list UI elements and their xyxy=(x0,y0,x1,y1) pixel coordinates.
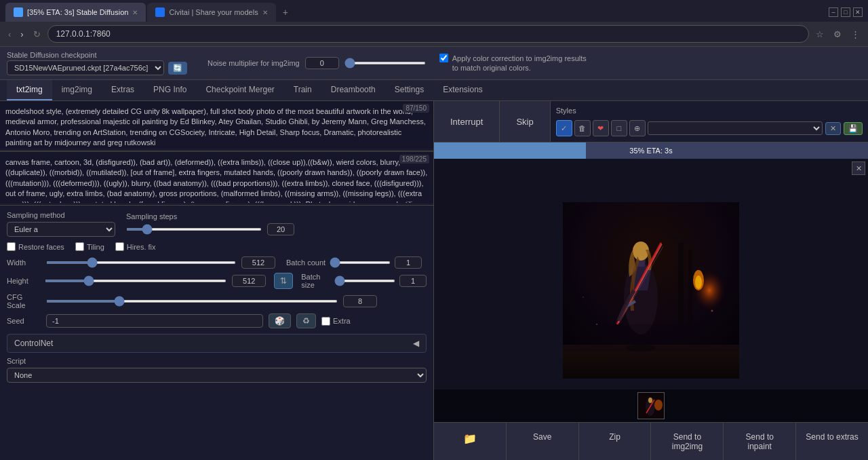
image-close-button[interactable]: ✕ xyxy=(852,161,865,175)
forward-button[interactable]: › xyxy=(18,28,26,41)
batch-count-group: Batch count xyxy=(286,256,422,269)
style-icon-heart[interactable]: ❤ xyxy=(593,120,609,136)
tab-txt2img[interactable]: txt2img xyxy=(7,80,52,100)
tab-img2img[interactable]: img2img xyxy=(52,80,102,100)
zip-button[interactable]: Zip xyxy=(579,423,652,460)
hires-fix-text: Hires. fix xyxy=(127,243,156,251)
positive-prompt-textarea[interactable]: modelshoot style, (extremely detailed CG… xyxy=(0,101,433,149)
cfg-row: CFG Scale xyxy=(7,293,427,309)
restore-faces-checkbox[interactable] xyxy=(7,242,16,251)
seed-extra-checkbox[interactable] xyxy=(321,317,330,326)
seed-recycle-button[interactable]: ♻ xyxy=(296,313,316,328)
tab-sd-close[interactable]: ✕ xyxy=(132,9,138,16)
negative-prompt-textarea[interactable]: canvas frame, cartoon, 3d, (disfigured))… xyxy=(0,152,433,203)
close-button[interactable]: ✕ xyxy=(853,7,863,17)
progress-text: 35% ETA: 3s xyxy=(629,147,672,155)
restore-faces-label[interactable]: Restore faces xyxy=(7,242,64,251)
tab-civitai[interactable]: Civitai | Share your models ✕ xyxy=(147,3,275,22)
reload-button[interactable]: ↻ xyxy=(31,28,43,41)
minimize-button[interactable]: – xyxy=(829,7,838,17)
address-bar[interactable]: 127.0.0.1:7860 xyxy=(47,25,809,43)
tab-sd[interactable]: [35% ETA: 3s] Stable Diffusion ✕ xyxy=(5,3,146,22)
back-button[interactable]: ‹ xyxy=(5,28,14,41)
steps-slider[interactable] xyxy=(126,228,262,231)
hires-fix-checkbox[interactable] xyxy=(115,242,124,251)
noise-value-input[interactable] xyxy=(305,57,339,69)
send-extras-button[interactable]: Send to extras xyxy=(796,423,868,460)
color-correction-checkbox[interactable] xyxy=(439,54,448,62)
interrupt-button[interactable]: Interrupt xyxy=(434,101,500,142)
send-img2img-button[interactable]: Send toimg2img xyxy=(651,423,724,460)
script-select[interactable]: None xyxy=(7,368,427,383)
image-thumbnail[interactable] xyxy=(637,392,665,419)
tab-extensions[interactable]: Extensions xyxy=(433,80,492,100)
styles-apply-button[interactable]: ✕ xyxy=(825,122,841,135)
tiling-checkbox[interactable] xyxy=(75,242,84,251)
noise-slider[interactable] xyxy=(344,62,426,64)
maximize-button[interactable]: □ xyxy=(841,7,850,17)
tab-dreambooth[interactable]: Dreambooth xyxy=(321,80,385,100)
menu-button[interactable]: ⋮ xyxy=(848,28,863,41)
width-slider[interactable] xyxy=(46,261,236,264)
tiling-label[interactable]: Tiling xyxy=(75,242,104,251)
width-label: Width xyxy=(7,258,41,267)
batch-count-slider[interactable] xyxy=(330,261,391,264)
color-correction-section: Apply color correction to img2img result… xyxy=(439,54,588,73)
skip-button[interactable]: Skip xyxy=(500,101,550,142)
style-icon-plus[interactable]: ⊕ xyxy=(629,120,646,136)
positive-prompt-container: modelshoot style, (extremely detailed CG… xyxy=(0,101,433,151)
style-icon-square[interactable]: □ xyxy=(611,120,627,136)
swap-dimensions-button[interactable]: ⇅ xyxy=(274,273,293,289)
checkpoint-label: Stable Diffusion checkpoint xyxy=(7,51,187,59)
new-tab-button[interactable]: + xyxy=(277,4,294,20)
sampling-method-select[interactable]: Euler a xyxy=(7,222,115,237)
cfg-value-input[interactable] xyxy=(343,295,377,307)
open-folder-button[interactable]: 📁 xyxy=(434,423,507,460)
controlnet-row[interactable]: ControlNet ◀ xyxy=(7,334,427,353)
extensions-button[interactable]: ⚙ xyxy=(831,28,844,41)
seed-dice-button[interactable]: 🎲 xyxy=(269,313,291,328)
tab-extras[interactable]: Extras xyxy=(102,80,144,100)
checkpoint-select[interactable]: SD15NewVAEpruned.ckpt [27a4ac756c] xyxy=(7,60,164,75)
thumbnail-image xyxy=(638,393,665,419)
save-button[interactable]: Save xyxy=(507,423,579,460)
progress-bar-track: 35% ETA: 3s xyxy=(434,142,868,159)
send-inpaint-button[interactable]: Send toinpaint xyxy=(724,423,796,460)
checkpoint-refresh-button[interactable]: 🔄 xyxy=(168,62,187,75)
tab-train[interactable]: Train xyxy=(284,80,321,100)
width-value-input[interactable] xyxy=(241,256,275,269)
cfg-slider[interactable] xyxy=(46,300,338,303)
tab-civitai-label: Civitai | Share your models xyxy=(169,8,258,16)
sampling-steps-group: Sampling steps xyxy=(126,212,294,235)
height-value-input[interactable] xyxy=(232,275,266,287)
batch-count-value-input[interactable] xyxy=(395,256,422,269)
tab-settings[interactable]: Settings xyxy=(385,80,433,100)
tab-png-info[interactable]: PNG Info xyxy=(144,80,196,100)
batch-size-slider[interactable] xyxy=(334,280,395,282)
tab-sd-label: [35% ETA: 3s] Stable Diffusion xyxy=(27,8,128,16)
steps-value-input[interactable] xyxy=(267,223,294,235)
send-extras-label: Send to extras xyxy=(806,432,858,442)
tab-checkpoint-merger[interactable]: Checkpoint Merger xyxy=(196,80,283,100)
style-icon-check[interactable]: ✓ xyxy=(556,120,572,136)
save-label: Save xyxy=(533,432,551,442)
batch-size-value-input[interactable] xyxy=(399,275,427,287)
seed-extra-label[interactable]: Extra xyxy=(321,317,351,326)
negative-prompt-counter: 198/225 xyxy=(399,155,429,164)
seed-input[interactable] xyxy=(46,314,263,328)
civitai-favicon xyxy=(155,7,165,17)
folder-icon: 📁 xyxy=(463,432,477,445)
styles-save-button[interactable]: 💾 xyxy=(844,122,863,135)
style-icon-trash[interactable]: 🗑 xyxy=(574,120,591,136)
batch-size-label: Batch size xyxy=(301,273,330,289)
height-row: Height ⇅ Batch size xyxy=(7,273,427,289)
tab-civitai-close[interactable]: ✕ xyxy=(262,9,268,16)
bottom-actions: 📁 Save Zip Send toimg2img Send toinpaint… xyxy=(434,422,868,460)
bookmark-button[interactable]: ☆ xyxy=(813,28,827,41)
browser-actions: ☆ ⚙ ⋮ xyxy=(813,28,863,41)
svg-rect-5 xyxy=(682,239,687,243)
height-slider[interactable] xyxy=(45,280,226,282)
hires-fix-label[interactable]: Hires. fix xyxy=(115,242,156,251)
styles-dropdown[interactable] xyxy=(648,121,823,135)
svg-point-20 xyxy=(648,398,652,403)
